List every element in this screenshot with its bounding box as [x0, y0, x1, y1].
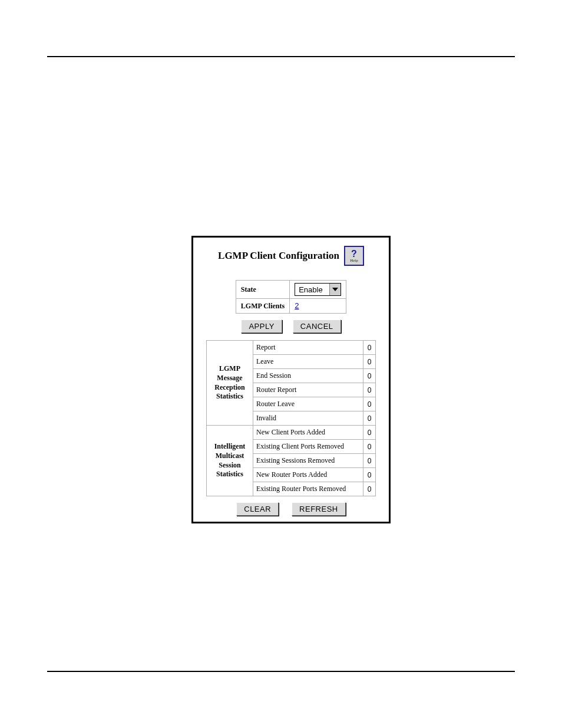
apply-button[interactable]: APPLY — [241, 319, 282, 333]
state-cell: Enable — [290, 281, 346, 299]
stat-value: 0 — [363, 468, 376, 482]
stat-value: 0 — [363, 411, 376, 426]
panel-title: LGMP Client Configuration — [218, 250, 339, 262]
stat-label: Router Report — [253, 383, 363, 397]
chevron-down-icon — [329, 284, 340, 295]
stats-table: LGMP Message Reception Statistics Report… — [206, 340, 376, 496]
bottom-rule — [47, 671, 515, 672]
stat-value: 0 — [363, 426, 376, 440]
stat-label: Leave — [253, 355, 363, 369]
stat-label: Existing Router Ports Removed — [253, 482, 363, 496]
state-label: State — [236, 281, 289, 299]
clients-label: LGMP Clients — [236, 299, 289, 314]
config-button-row: APPLY CANCEL — [193, 317, 389, 338]
help-icon: ? — [351, 249, 357, 259]
stat-value: 0 — [363, 397, 376, 411]
refresh-button[interactable]: REFRESH — [292, 502, 346, 516]
top-rule — [47, 56, 515, 57]
stat-value: 0 — [363, 482, 376, 496]
stat-value: 0 — [363, 341, 376, 355]
stat-value: 0 — [363, 383, 376, 397]
help-label: Help — [350, 259, 358, 263]
clients-cell: 2 — [290, 299, 346, 314]
svg-marker-0 — [332, 288, 338, 291]
config-panel: LGMP Client Configuration ? Help State E… — [191, 236, 391, 523]
stat-label: New Client Ports Added — [253, 426, 363, 440]
clear-button[interactable]: CLEAR — [236, 502, 279, 516]
state-select[interactable]: Enable — [295, 283, 341, 296]
cancel-button[interactable]: CANCEL — [293, 319, 341, 333]
stat-value: 0 — [363, 454, 376, 468]
stat-label: Existing Client Ports Removed — [253, 440, 363, 454]
clients-link[interactable]: 2 — [295, 301, 299, 310]
config-table: State Enable LGMP Clients 2 — [236, 280, 346, 314]
help-button[interactable]: ? Help — [344, 246, 364, 266]
stat-value: 0 — [363, 440, 376, 454]
session-group-label: Intelligent Multicast Session Statistics — [207, 426, 253, 496]
stats-button-row: CLEAR REFRESH — [193, 501, 389, 522]
stat-label: Invalid — [253, 411, 363, 426]
stat-label: Existing Sessions Removed — [253, 454, 363, 468]
state-value: Enable — [295, 284, 329, 295]
stat-value: 0 — [363, 355, 376, 369]
stat-label: Router Leave — [253, 397, 363, 411]
stat-value: 0 — [363, 369, 376, 383]
stat-label: New Router Ports Added — [253, 468, 363, 482]
stat-label: Report — [253, 341, 363, 355]
reception-group-label: LGMP Message Reception Statistics — [207, 341, 253, 426]
stat-label: End Session — [253, 369, 363, 383]
panel-header: LGMP Client Configuration ? Help — [193, 238, 389, 269]
